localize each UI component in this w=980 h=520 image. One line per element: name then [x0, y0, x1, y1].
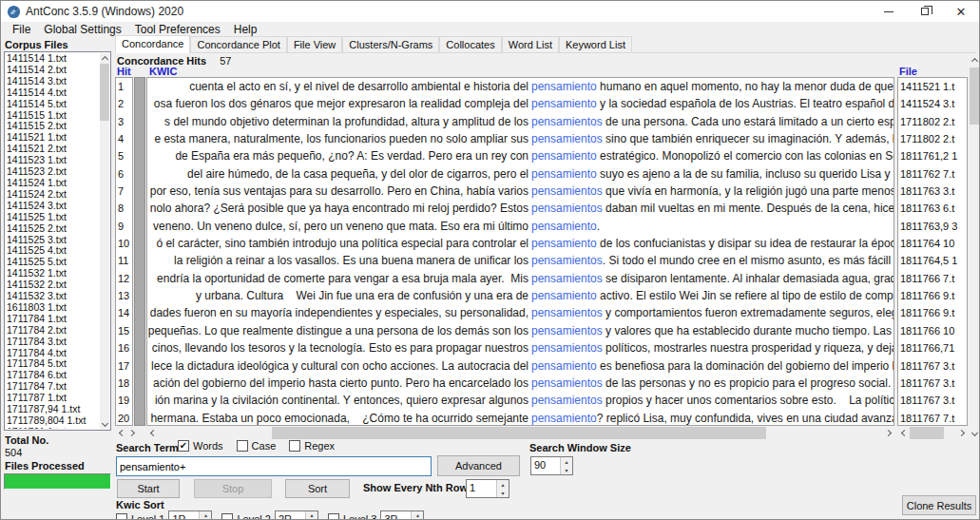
corpus-file-item[interactable]: 1711787,94 1.txt: [7, 404, 99, 415]
kwic-row[interactable]: cuenta el acto en sí, y el nivel de desa…: [147, 78, 894, 95]
spinner-up-icon[interactable]: ▴: [412, 511, 423, 519]
kwic-row[interactable]: e esta manera, naturalmente, los funcion…: [147, 130, 894, 147]
advanced-button[interactable]: Advanced: [437, 455, 520, 476]
corpus-file-item[interactable]: 1411515 2.txt: [7, 121, 99, 132]
column-header-file[interactable]: File: [899, 66, 917, 77]
corpus-file-item[interactable]: 1411523 1.txt: [7, 155, 99, 166]
corpus-file-item[interactable]: 1411514 2.txt: [7, 65, 99, 76]
corpus-file-item[interactable]: 1411514 4.txt: [7, 87, 99, 99]
corpus-file-item[interactable]: 1411514 1.txt: [7, 53, 99, 65]
corpus-file-item[interactable]: 1411521 1.txt: [7, 132, 99, 144]
corpus-file-item[interactable]: 1411525 1.txt: [7, 212, 99, 223]
sort-button[interactable]: Sort: [285, 479, 350, 498]
corpus-file-item[interactable]: 1411525 2.txt: [7, 223, 99, 235]
scroll-down-icon[interactable]: [100, 419, 109, 429]
kwic-row[interactable]: veneno. Un veneno dulce, sí, pero un ven…: [147, 218, 894, 235]
search-input[interactable]: [116, 456, 432, 476]
results-vertical-scrollbar[interactable]: [970, 54, 980, 439]
nth-row-spinner[interactable]: 1 ▴▾: [466, 479, 509, 498]
scrollbar-track[interactable]: [158, 427, 883, 439]
kwic-row[interactable]: endría la oportunidad de comerte para ve…: [147, 270, 894, 287]
restore-button[interactable]: [907, 1, 943, 22]
kwic-row[interactable]: s del mundo objetivo determinan la profu…: [147, 113, 894, 130]
corpus-file-item[interactable]: 1711784 1.txt: [7, 314, 99, 325]
scrollbar-thumb[interactable]: [970, 67, 980, 125]
menu-item-tool-preferences[interactable]: Tool Preferences: [128, 23, 227, 36]
corpus-file-item[interactable]: 1711784 4.txt: [7, 348, 99, 359]
spinner-up-icon[interactable]: ▴: [561, 457, 572, 466]
column-header-kwic[interactable]: KWIC: [149, 66, 177, 77]
tab-keyword-list[interactable]: Keyword List: [559, 36, 632, 52]
scroll-left-icon[interactable]: [146, 427, 158, 439]
spinner-down-icon[interactable]: ▾: [561, 466, 572, 474]
checkbox-regex[interactable]: [289, 440, 300, 452]
hit-horizontal-scrollbar[interactable]: [115, 427, 134, 439]
corpus-file-item[interactable]: 1411532 3.txt: [7, 291, 99, 302]
corpus-file-item[interactable]: 1411521 2.txt: [7, 144, 99, 155]
kwic-row[interactable]: ó el carácter, sino también introdujo un…: [147, 235, 894, 252]
corpus-file-item[interactable]: 1711784 7.txt: [7, 381, 99, 393]
spinner-up-icon[interactable]: ▴: [497, 480, 509, 489]
level-1-spinner[interactable]: 1R▴▾: [168, 510, 212, 520]
checkbox-case[interactable]: [237, 440, 248, 452]
tab-word-list[interactable]: Word List: [502, 36, 559, 52]
level-3-spinner[interactable]: 3R▴▾: [380, 510, 424, 520]
scroll-left-icon[interactable]: [115, 427, 126, 439]
menu-item-help[interactable]: Help: [227, 23, 264, 36]
kwic-row[interactable]: de España era más pequeño, ¿no? A: Es ve…: [147, 147, 894, 164]
corpus-file-item[interactable]: 1711791 1.txt: [7, 427, 99, 429]
kwic-row[interactable]: ación del gobierno del imperio hasta cie…: [147, 375, 894, 392]
corpus-file-item[interactable]: 1711784 3.txt: [7, 337, 99, 348]
corpus-file-item[interactable]: 1411514 3.txt: [7, 76, 99, 87]
spinner-down-icon[interactable]: ▾: [497, 489, 509, 497]
scrollbar-thumb[interactable]: [910, 427, 944, 439]
corpus-file-item[interactable]: 1411524 2.txt: [7, 189, 99, 201]
hit-column-scrollbar[interactable]: [134, 77, 145, 426]
spinner-up-icon[interactable]: ▴: [306, 511, 317, 519]
corpus-file-item[interactable]: 1411524 3.txt: [7, 201, 99, 212]
kwic-row[interactable]: ión marina y la civilación continental. …: [147, 392, 894, 409]
tab-file-view[interactable]: File View: [287, 36, 342, 52]
tab-concordance[interactable]: Concordance: [115, 35, 190, 53]
close-button[interactable]: ✕: [943, 1, 979, 22]
corpus-file-item[interactable]: 1411515 1.txt: [7, 110, 99, 122]
kwic-row[interactable]: hermana. Estaba un poco emocionada, ¿Cóm…: [147, 410, 894, 426]
kwic-horizontal-scrollbar[interactable]: [146, 427, 894, 439]
kwic-row[interactable]: osa fueron los dos génaros que mejor exp…: [147, 95, 894, 112]
scroll-down-icon[interactable]: [970, 428, 980, 439]
level-2-spinner[interactable]: 2R▴▾: [275, 510, 318, 520]
kwic-row[interactable]: por eso, tenía sus ventajas para su desa…: [147, 183, 894, 200]
scrollbar-thumb[interactable]: [100, 64, 109, 121]
corpus-file-item[interactable]: 1711784 5.txt: [7, 358, 99, 370]
corpus-list-scrollbar[interactable]: [100, 53, 109, 429]
tab-collocates[interactable]: Collocates: [439, 36, 501, 52]
scroll-up-icon[interactable]: [970, 54, 980, 66]
corpus-file-item[interactable]: 1411532 2.txt: [7, 279, 99, 291]
corpus-file-item[interactable]: 1411523 2.txt: [7, 166, 99, 178]
scrollbar-thumb[interactable]: [272, 427, 766, 439]
tab-clusters-n-grams[interactable]: Clusters/N-Grams: [342, 36, 439, 52]
spinner-up-icon[interactable]: ▴: [200, 511, 211, 519]
corpus-file-item[interactable]: 1711784 6.txt: [7, 370, 99, 381]
corpus-file-item[interactable]: 1411525 3.txt: [7, 235, 99, 246]
start-button[interactable]: Start: [117, 479, 180, 498]
corpus-file-item[interactable]: 1711784 2.txt: [7, 325, 99, 337]
search-window-size-spinner[interactable]: 90 ▴▾: [530, 456, 573, 475]
corpus-file-item[interactable]: 1411525 5.txt: [7, 257, 99, 268]
scrollbar-track[interactable]: [909, 427, 956, 439]
corpus-file-item[interactable]: 1411524 1.txt: [7, 178, 99, 189]
scroll-right-icon[interactable]: [883, 427, 894, 439]
corpus-file-item[interactable]: 1411532 1.txt: [7, 268, 99, 279]
corpus-file-item[interactable]: 1711789,804 1.txt: [7, 415, 99, 427]
corpus-file-item[interactable]: 1411525 4.txt: [7, 245, 99, 257]
scroll-left-icon[interactable]: [897, 427, 909, 439]
column-header-hit[interactable]: Hit: [117, 66, 131, 77]
clone-results-button[interactable]: Clone Results: [902, 495, 976, 515]
checkbox-level-2[interactable]: [221, 513, 233, 520]
corpus-file-item[interactable]: 1411514 5.txt: [7, 99, 99, 110]
scroll-right-icon[interactable]: [956, 427, 968, 439]
corpus-file-item[interactable]: 1711787 1.txt: [7, 393, 99, 404]
menu-item-file[interactable]: File: [6, 23, 37, 36]
tab-concordance-plot[interactable]: Concordance Plot: [190, 36, 286, 52]
checkbox-words[interactable]: ✔: [178, 440, 189, 452]
